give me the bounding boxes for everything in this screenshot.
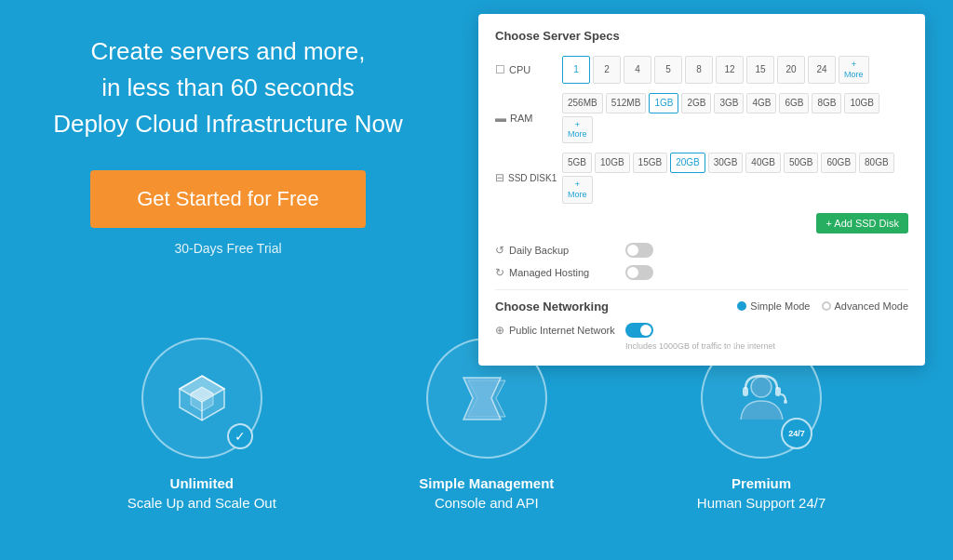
daily-backup-row: ↺ Daily Backup (495, 243, 908, 258)
cpu-btn-8[interactable]: 8 (685, 56, 713, 84)
cpu-options: 1 2 4 5 8 12 15 20 24 +More (562, 56, 908, 84)
cpu-btn-15[interactable]: 15 (746, 56, 774, 84)
svg-rect-9 (775, 387, 781, 396)
feature-support: 24/7 Premium Human Support 24/7 (697, 338, 825, 513)
ssd-btn-15gb[interactable]: 15GB (633, 153, 668, 173)
ram-options: 256MB 512MB 1GB 2GB 3GB 4GB 6GB 8GB 10GB… (562, 93, 908, 144)
ram-btn-4gb[interactable]: 4GB (746, 93, 776, 113)
feature-scale-circle: ✓ (141, 338, 262, 459)
ram-row: ▬ RAM 256MB 512MB 1GB 2GB 3GB 4GB 6GB 8G… (495, 93, 908, 144)
cpu-btn-2[interactable]: 2 (593, 56, 621, 84)
managed-hosting-label: ↻ Managed Hosting (495, 266, 625, 279)
ram-btn-1gb[interactable]: 1GB (649, 93, 678, 113)
ram-btn-6gb[interactable]: 6GB (779, 93, 809, 113)
ram-btn-more[interactable]: +More (562, 116, 593, 144)
ssd-label: ⊟ SSD DISK1 (495, 171, 562, 184)
cpu-btn-20[interactable]: 20 (777, 56, 805, 84)
cpu-btn-24[interactable]: 24 (808, 56, 836, 84)
feature-management-circle (426, 338, 547, 459)
ssd-row: ⊟ SSD DISK1 5GB 10GB 15GB 20GB 30GB 40GB… (495, 153, 908, 204)
cpu-btn-5[interactable]: 5 (654, 56, 682, 84)
features-section: ✓ Unlimited Scale Up and Scale Out Simpl… (0, 290, 953, 560)
play-icon (459, 373, 515, 424)
cpu-btn-12[interactable]: 12 (716, 56, 744, 84)
svg-point-10 (784, 400, 787, 404)
managed-hosting-row: ↻ Managed Hosting (495, 265, 908, 280)
trial-text: 30-Days Free Trial (174, 241, 281, 256)
ssd-btn-80gb[interactable]: 80GB (859, 153, 894, 173)
add-ssd-section: + Add SSD Disk (495, 213, 908, 233)
ram-btn-8gb[interactable]: 8GB (812, 93, 841, 113)
ssd-icon: ⊟ (495, 171, 504, 184)
feature-management: Simple Management Console and API (419, 338, 554, 513)
managed-hosting-toggle[interactable] (625, 265, 653, 280)
ram-btn-10gb[interactable]: 10GB (844, 93, 879, 113)
feature-management-label: Simple Management Console and API (419, 473, 554, 513)
feature-scale: ✓ Unlimited Scale Up and Scale Out (128, 338, 276, 513)
ssd-btn-5gb[interactable]: 5GB (562, 153, 592, 173)
ssd-btn-40gb[interactable]: 40GB (745, 153, 781, 173)
ram-btn-512mb[interactable]: 512MB (606, 93, 647, 113)
feature-support-label: Premium Human Support 24/7 (697, 473, 825, 513)
ram-btn-3gb[interactable]: 3GB (714, 93, 744, 113)
ssd-btn-50gb[interactable]: 50GB (784, 153, 819, 173)
feature-support-circle: 24/7 (701, 338, 822, 459)
cta-button[interactable]: Get Started for Free (90, 170, 366, 228)
feature-scale-label: Unlimited Scale Up and Scale Out (128, 473, 276, 513)
svg-point-7 (751, 377, 772, 397)
svg-rect-8 (743, 387, 748, 396)
daily-backup-label: ↺ Daily Backup (495, 244, 625, 257)
247-badge: 24/7 (781, 418, 812, 449)
check-badge: ✓ (227, 423, 253, 449)
cpu-btn-1[interactable]: 1 (562, 56, 590, 84)
cpu-row: ☐ CPU 1 2 4 5 8 12 15 20 24 +More (495, 56, 908, 84)
cpu-label: ☐ CPU (495, 63, 562, 76)
ram-btn-2gb[interactable]: 2GB (681, 93, 711, 113)
add-ssd-button[interactable]: + Add SSD Disk (816, 213, 908, 233)
ram-icon: ▬ (495, 112, 506, 125)
ssd-btn-10gb[interactable]: 10GB (595, 153, 630, 173)
ssd-btn-60gb[interactable]: 60GB (821, 153, 856, 173)
cpu-icon: ☐ (495, 63, 505, 76)
ssd-options: 5GB 10GB 15GB 20GB 30GB 40GB 50GB 60GB 8… (562, 153, 908, 204)
backup-icon: ↺ (495, 244, 504, 257)
cpu-btn-4[interactable]: 4 (624, 56, 651, 84)
ssd-btn-more[interactable]: +More (562, 176, 593, 204)
ssd-btn-20gb[interactable]: 20GB (670, 153, 705, 173)
ram-btn-256mb[interactable]: 256MB (562, 93, 603, 113)
cpu-btn-more[interactable]: +More (839, 56, 869, 84)
ssd-btn-30gb[interactable]: 30GB (708, 153, 744, 173)
hero-section: Create servers and more, in less than 60… (0, 0, 456, 288)
cube-icon (174, 370, 230, 426)
ram-label: ▬ RAM (495, 112, 562, 125)
daily-backup-toggle[interactable] (625, 243, 653, 258)
support-icon (732, 368, 792, 429)
specs-panel-title: Choose Server Specs (495, 29, 908, 43)
hero-title: Create servers and more, in less than 60… (53, 33, 403, 142)
hosting-icon: ↻ (495, 266, 504, 279)
